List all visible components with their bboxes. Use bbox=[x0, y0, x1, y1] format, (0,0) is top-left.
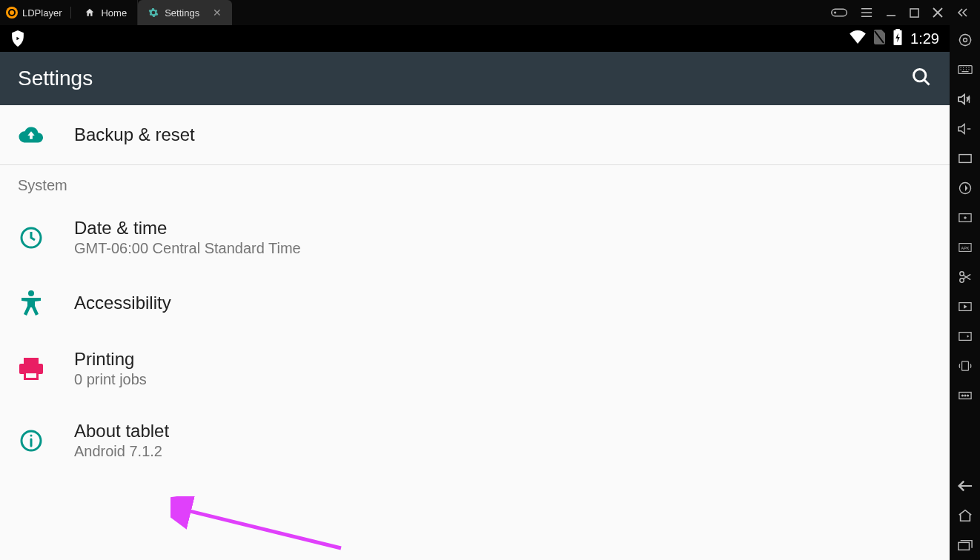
nav-recents-icon[interactable] bbox=[958, 538, 973, 553]
svg-rect-24 bbox=[961, 361, 968, 370]
video-record-icon[interactable] bbox=[958, 299, 973, 314]
gear-icon bbox=[148, 7, 159, 18]
info-icon bbox=[18, 427, 44, 454]
settings-item-title: Printing bbox=[74, 349, 147, 370]
battery-charging-icon bbox=[893, 29, 903, 49]
scissors-icon[interactable] bbox=[958, 270, 973, 284]
settings-item-subtitle: Android 7.1.2 bbox=[74, 443, 169, 460]
keyboard-icon[interactable] bbox=[958, 62, 973, 77]
tab-home[interactable]: Home bbox=[74, 0, 138, 25]
settings-item-date-time[interactable]: Date & time GMT-06:00 Central Standard T… bbox=[0, 201, 950, 273]
statusbar-clock: 1:29 bbox=[910, 30, 939, 47]
svg-rect-0 bbox=[832, 9, 847, 16]
section-header-system: System bbox=[0, 165, 950, 201]
settings-list: Backup & reset System Date & time GMT-06… bbox=[0, 105, 950, 560]
fullscreen-icon[interactable] bbox=[958, 151, 973, 166]
svg-rect-1 bbox=[910, 8, 918, 16]
nav-home-icon[interactable] bbox=[958, 508, 973, 523]
svg-rect-7 bbox=[24, 358, 39, 364]
multi-instance-icon[interactable] bbox=[958, 210, 973, 225]
svg-rect-23 bbox=[959, 333, 970, 341]
svg-rect-15 bbox=[959, 155, 970, 163]
svg-point-27 bbox=[964, 395, 966, 396]
svg-point-6 bbox=[28, 290, 34, 296]
svg-rect-3 bbox=[895, 29, 900, 31]
page-title: Settings bbox=[18, 67, 93, 90]
svg-rect-10 bbox=[26, 373, 36, 378]
app-brand-label: LDPlayer bbox=[22, 7, 62, 19]
svg-point-4 bbox=[914, 70, 926, 81]
svg-point-12 bbox=[959, 35, 970, 46]
emulator-side-toolbar: APK bbox=[950, 25, 980, 560]
settings-item-backup-reset[interactable]: Backup & reset bbox=[0, 105, 950, 164]
svg-point-26 bbox=[961, 395, 963, 396]
sync-icon[interactable] bbox=[958, 181, 973, 196]
settings-item-subtitle: GMT-06:00 Central Standard Time bbox=[74, 240, 301, 257]
gear-icon[interactable] bbox=[958, 33, 973, 47]
volume-up-icon[interactable] bbox=[958, 92, 973, 107]
window-controls bbox=[831, 7, 974, 19]
clock-icon bbox=[18, 224, 44, 251]
settings-item-subtitle: 0 print jobs bbox=[74, 371, 147, 388]
no-sim-icon bbox=[873, 30, 885, 48]
svg-point-28 bbox=[967, 395, 968, 396]
shield-icon bbox=[10, 30, 27, 47]
more-icon[interactable] bbox=[958, 388, 973, 403]
app-brand: LDPlayer bbox=[6, 7, 71, 19]
collapse-sidebar-icon[interactable] bbox=[956, 7, 968, 18]
tab-label: Settings bbox=[165, 7, 199, 19]
svg-point-13 bbox=[963, 39, 967, 42]
tab-label: Home bbox=[101, 7, 127, 19]
settings-item-about-tablet[interactable]: About tablet Android 7.1.2 bbox=[0, 404, 950, 476]
settings-item-printing[interactable]: Printing 0 print jobs bbox=[0, 333, 950, 404]
close-icon[interactable]: ✕ bbox=[213, 7, 222, 19]
minimize-icon[interactable] bbox=[886, 7, 896, 18]
shake-icon[interactable] bbox=[958, 359, 973, 373]
settings-item-accessibility[interactable]: Accessibility bbox=[0, 273, 950, 333]
settings-item-title: Backup & reset bbox=[74, 124, 195, 145]
svg-rect-29 bbox=[958, 542, 969, 550]
wifi-icon bbox=[850, 30, 866, 47]
screenshot-icon[interactable] bbox=[958, 329, 973, 344]
menu-icon[interactable] bbox=[861, 7, 873, 18]
cloud-upload-icon bbox=[18, 121, 44, 148]
nav-back-icon[interactable] bbox=[958, 479, 973, 493]
android-statusbar: 1:29 bbox=[0, 25, 950, 52]
gamepad-icon[interactable] bbox=[831, 7, 847, 19]
emulator-titlebar: LDPlayer Home Settings ✕ bbox=[0, 0, 980, 25]
maximize-icon[interactable] bbox=[910, 8, 919, 18]
search-icon[interactable] bbox=[911, 67, 932, 90]
apk-icon[interactable]: APK bbox=[958, 240, 973, 255]
ldplayer-logo-icon bbox=[6, 7, 18, 19]
settings-item-title: Accessibility bbox=[74, 293, 171, 313]
settings-item-title: Date & time bbox=[74, 218, 301, 239]
svg-rect-14 bbox=[958, 66, 971, 74]
close-window-icon[interactable] bbox=[933, 7, 943, 18]
android-screen: 1:29 Settings Backup & reset System bbox=[0, 25, 950, 560]
settings-item-title: About tablet bbox=[74, 421, 169, 441]
printer-icon bbox=[18, 356, 44, 382]
settings-appbar: Settings bbox=[0, 52, 950, 105]
svg-text:APK: APK bbox=[961, 246, 969, 250]
tab-settings[interactable]: Settings ✕ bbox=[138, 0, 232, 25]
accessibility-icon bbox=[18, 290, 44, 316]
home-icon bbox=[85, 7, 95, 18]
volume-down-icon[interactable] bbox=[958, 121, 973, 136]
